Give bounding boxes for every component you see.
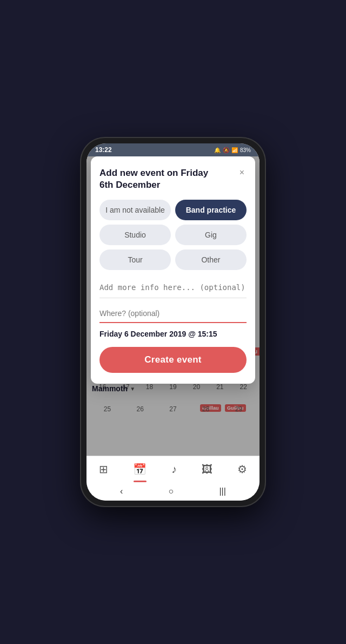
unavailable-button[interactable]: I am not available (99, 200, 171, 220)
info-input[interactable] (99, 279, 247, 298)
status-icons: 🔔 🔕 📶 83% (214, 147, 251, 153)
nav-grid[interactable]: ⊞ (94, 461, 114, 478)
nav-music[interactable]: ♪ (166, 461, 182, 478)
status-time: 13:22 (95, 146, 112, 154)
date-display: Friday 6 December 2019 @ 15:15 (99, 330, 247, 338)
nav-calendar[interactable]: 📅 (128, 461, 152, 478)
phone-screen: 13:22 🔔 🔕 📶 83% Add new event on Friday … (86, 143, 260, 501)
system-nav: ‹ ○ ||| (86, 482, 260, 501)
modal-header: Add new event on Friday 6th December × (99, 167, 247, 191)
recent-button[interactable]: ||| (219, 487, 225, 496)
home-button[interactable]: ○ (169, 487, 174, 496)
grid-icon: ⊞ (99, 463, 108, 476)
bottom-nav: ⊞ 📅 ♪ 🖼 ⚙ (86, 456, 260, 482)
wifi-icon: 📶 (231, 147, 238, 153)
back-button[interactable]: ‹ (120, 487, 123, 496)
calendar-icon: 📅 (133, 463, 147, 476)
add-event-modal: Add new event on Friday 6th December × I… (91, 156, 255, 384)
nav-gallery[interactable]: 🖼 (196, 461, 218, 478)
modal-title: Add new event on Friday 6th December (99, 167, 224, 191)
mute-icon: 🔕 (223, 147, 229, 153)
phone-frame: 13:22 🔔 🔕 📶 83% Add new event on Friday … (81, 138, 265, 506)
tour-button[interactable]: Tour (99, 249, 171, 270)
battery-label: 83% (240, 147, 251, 153)
calendar-background: Add new event on Friday 6th December × I… (86, 156, 260, 456)
status-bar: 13:22 🔔 🔕 📶 83% (86, 143, 260, 156)
event-types-grid: I am not available Band practice Studio … (99, 200, 247, 270)
gig-button[interactable]: Gig (175, 225, 247, 245)
gallery-icon: 🖼 (202, 463, 212, 476)
alarm-icon: 🔔 (214, 147, 221, 153)
other-button[interactable]: Other (175, 249, 247, 270)
music-icon: ♪ (171, 463, 177, 476)
screen: Add new event on Friday 6th December × I… (86, 156, 260, 501)
settings-icon: ⚙ (237, 463, 247, 476)
band-practice-button[interactable]: Band practice (175, 200, 247, 220)
location-input[interactable] (99, 305, 247, 323)
close-button[interactable]: × (237, 167, 247, 178)
nav-settings[interactable]: ⚙ (232, 461, 252, 478)
studio-button[interactable]: Studio (99, 225, 171, 245)
create-event-button[interactable]: Create event (99, 347, 247, 373)
